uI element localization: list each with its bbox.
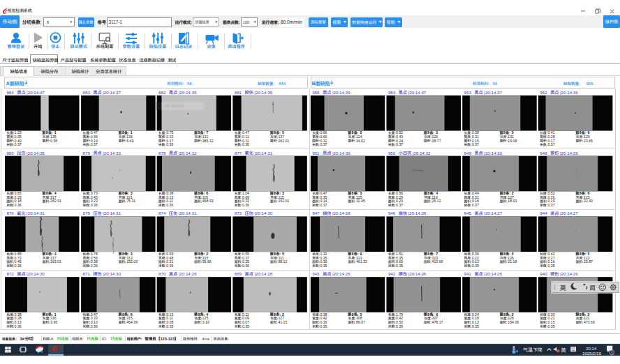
svg-text:|20:14:35: |20:14:35 [254,90,272,95]
svg-text:313: 313 [126,256,133,260]
svg-text:|20:14:30: |20:14:30 [484,151,502,156]
svg-text:0.47: 0.47 [91,130,98,135]
svg-text:0.44: 0.44 [472,191,479,195]
svg-text:4: 4 [54,191,57,195]
svg-text:313: 313 [356,256,362,260]
svg-text:952: 952 [540,90,547,95]
svg-text:954: 954 [388,90,396,95]
svg-text:0.18: 0.18 [15,199,22,203]
svg-text:0.47: 0.47 [242,130,249,135]
svg-text:0.31: 0.31 [472,135,479,139]
svg-text:126: 126 [508,256,514,260]
svg-text:3#: 3# [20,337,25,341]
svg-text:2: 2 [282,312,284,317]
svg-text:22.40: 22.40 [584,199,593,203]
svg-text:307: 307 [432,316,438,320]
svg-text:6: 6 [131,312,133,317]
svg-text:0.35: 0.35 [320,259,327,264]
svg-text:7: 7 [206,130,208,135]
svg-text:0.24: 0.24 [472,312,479,317]
svg-text:8: 8 [274,312,276,317]
svg-text:8: 8 [352,191,354,195]
svg-text:|20:14:28: |20:14:28 [179,271,197,276]
svg-text:123: 123 [584,195,590,199]
svg-text:870: 870 [158,271,166,276]
svg-text:0.35: 0.35 [396,264,403,268]
svg-text:152.01: 152.01 [278,199,289,203]
svg-text:122: 122 [584,256,590,260]
svg-text:3: 3 [131,191,133,195]
svg-text:413.69: 413.69 [432,259,443,264]
svg-text:311: 311 [278,256,283,260]
svg-text:3: 3 [436,130,438,135]
svg-text:0.30: 0.30 [548,312,555,317]
svg-text:0.11: 0.11 [242,135,249,139]
svg-text:8: 8 [580,130,582,135]
svg-text:0.15: 0.15 [548,320,555,324]
svg-text:8: 8 [122,252,124,256]
svg-text:0.33: 0.33 [91,316,98,320]
svg-text:8: 8 [352,130,354,135]
svg-text:0.35: 0.35 [242,324,249,328]
svg-text:0.14: 0.14 [320,199,327,203]
svg-text:1: 1 [131,130,133,135]
svg-text:8: 8 [503,312,505,317]
svg-text:124: 124 [356,135,362,139]
svg-text:454.36: 454.36 [126,320,138,324]
svg-text:8: 8 [274,130,276,135]
svg-text:0.26: 0.26 [548,195,555,199]
svg-text:871: 871 [83,271,91,276]
svg-text:0.37: 0.37 [396,142,403,146]
svg-text:3: 3 [282,191,284,195]
svg-text:0.37: 0.37 [320,203,327,207]
svg-text:0.36: 0.36 [166,142,173,146]
svg-text:|20:14:39: |20:14:39 [332,90,350,95]
svg-text:0.29: 0.29 [396,195,403,199]
svg-text:315: 315 [202,256,209,260]
svg-text:0.32: 0.32 [320,139,327,143]
svg-text:0.35: 0.35 [320,195,327,199]
svg-text:0.45: 0.45 [15,259,22,264]
svg-text:5: 5 [282,130,284,135]
svg-text:0.47: 0.47 [320,191,327,195]
svg-text:955: 955 [312,90,320,95]
svg-text:0.33: 0.33 [242,199,249,203]
svg-text:3.66: 3.66 [50,320,57,324]
svg-text:0.38: 0.38 [15,312,22,317]
svg-text:|20:14:26: |20:14:26 [484,271,502,276]
svg-text:136: 136 [126,135,133,139]
svg-text:3.10: 3.10 [202,320,209,324]
svg-text:6: 6 [588,191,590,195]
svg-text:121: 121 [584,316,590,320]
svg-text:6: 6 [206,191,208,195]
svg-text:1.04: 1.04 [242,191,249,195]
svg-text:473.66: 473.66 [584,320,595,324]
svg-text:2: 2 [512,312,514,317]
svg-text:882: 882 [158,90,166,95]
svg-text:28.77: 28.77 [432,139,441,143]
svg-text:940: 940 [540,271,547,276]
svg-text:75.31: 75.31 [126,199,135,203]
svg-text:874: 874 [158,211,166,215]
svg-text:0.37: 0.37 [472,142,479,146]
svg-text:127: 127 [508,195,514,199]
svg-text:0.36: 0.36 [91,203,98,207]
svg-text:0.16: 0.16 [472,199,479,203]
svg-text:129: 129 [584,135,590,139]
svg-text:26.12: 26.12 [432,199,441,203]
svg-text:95.66: 95.66 [202,259,212,264]
svg-text:877: 877 [235,151,242,156]
svg-text:8: 8 [503,191,505,195]
svg-text:0.36: 0.36 [15,203,22,207]
svg-text:1.51: 1.51 [396,252,403,256]
svg-text:127: 127 [278,316,284,320]
svg-text:|20:14:35: |20:14:35 [27,151,45,156]
svg-text:8: 8 [427,191,429,195]
svg-text:0.43: 0.43 [396,135,403,139]
svg-text:8: 8 [503,252,505,256]
svg-text:6.49: 6.49 [126,139,133,143]
svg-text:0.11: 0.11 [166,316,173,320]
svg-text:8: 8 [427,312,429,317]
svg-text:0.50: 0.50 [396,320,403,324]
svg-text:|20:14:35: |20:14:35 [179,90,197,95]
